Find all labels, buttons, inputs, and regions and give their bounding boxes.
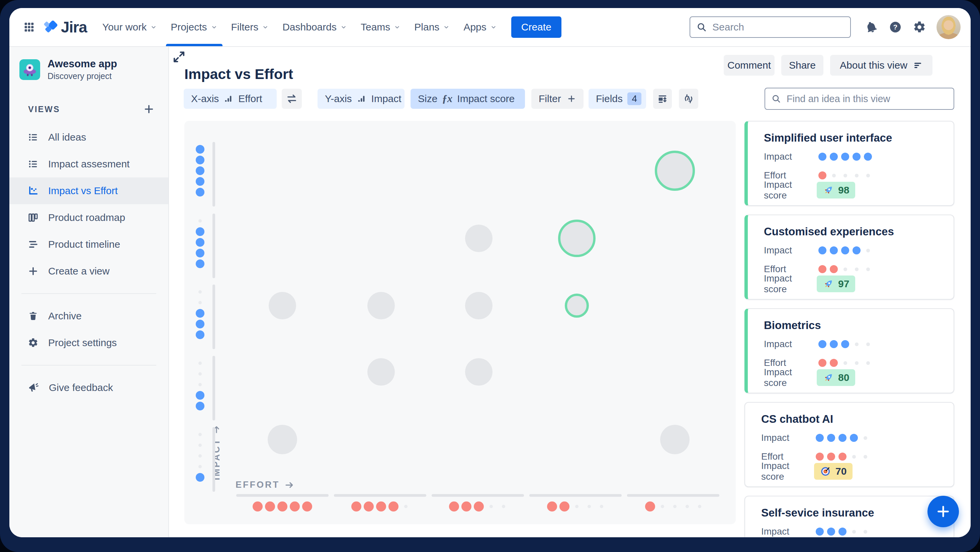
impact-axis-dot (196, 188, 204, 196)
settings-gear-icon[interactable] (910, 18, 929, 37)
share-button[interactable]: Share (781, 55, 823, 76)
idea-bubble[interactable] (660, 425, 690, 454)
idea-card[interactable]: Customised experiencesImpactEffortImpact… (745, 215, 954, 300)
brand-name: Jira (61, 18, 87, 36)
effort-rating (817, 265, 873, 274)
nav-item-teams[interactable]: Teams (354, 8, 407, 46)
idea-bubble[interactable] (465, 292, 493, 319)
rating-dot (828, 171, 840, 180)
swap-axes-icon[interactable] (282, 89, 302, 109)
rating-dot (862, 152, 873, 161)
effort-rating (814, 452, 871, 461)
idea-bubble[interactable] (558, 220, 595, 257)
size-chip[interactable]: Size ƒx Impact score (410, 89, 525, 109)
rating-dot-empty (866, 343, 870, 346)
notifications-bell-icon[interactable] (862, 18, 881, 37)
views-list: All ideasImpact assesmentImpact vs Effor… (10, 124, 168, 284)
rating-dot (851, 265, 862, 274)
rating-dot (828, 152, 840, 161)
idea-bubble[interactable] (268, 425, 297, 454)
nav-item-plans[interactable]: Plans (407, 8, 457, 46)
user-avatar[interactable] (937, 15, 961, 39)
nav-item-your-work[interactable]: Your work (96, 8, 164, 46)
nav-item-projects[interactable]: Projects (164, 8, 224, 46)
rating-dot-filled (853, 246, 861, 254)
comment-button[interactable]: Comment (724, 55, 775, 76)
sidebar-item-archive[interactable]: Archive (10, 303, 168, 329)
rating-dot (828, 358, 840, 367)
main-content: Impact vs Effort Comment Share About thi… (169, 47, 970, 537)
rating-dot (840, 340, 851, 349)
rating-dot-filled (853, 153, 861, 161)
add-view-plus-icon[interactable] (142, 102, 156, 116)
sidebar-item-give-feedback[interactable]: Give feedback (10, 374, 168, 401)
card-field-label: Impact score (761, 461, 814, 482)
rating-dot (814, 433, 826, 442)
idea-bubble[interactable] (368, 358, 395, 386)
effort-axis-dot (474, 501, 484, 512)
rating-dot-empty (866, 249, 870, 252)
nav-item-dashboards[interactable]: Dashboards (276, 8, 354, 46)
idea-bubble[interactable] (465, 358, 493, 386)
idea-bubble[interactable] (269, 292, 296, 319)
sidebar-item-impact-assesment[interactable]: Impact assesment (10, 151, 168, 177)
size-chip-value: Impact score (457, 93, 515, 104)
rating-dot-filled (830, 359, 838, 367)
idea-card[interactable]: Simplified user interfaceImpactEffortImp… (745, 121, 954, 206)
idea-bubble[interactable] (565, 294, 589, 317)
sidebar-item-project-settings[interactable]: Project settings (10, 329, 168, 356)
x-axis-chip[interactable]: X-axis Effort (184, 89, 277, 109)
rating-dot (848, 433, 859, 442)
plus-icon (27, 265, 40, 277)
effort-axis-dot (461, 501, 471, 512)
effort-axis-dot (351, 501, 361, 512)
global-search[interactable] (690, 16, 851, 38)
about-this-view-label: About this view (840, 60, 907, 71)
rating-dot-empty (855, 361, 859, 365)
sidebar-item-product-timeline[interactable]: Product timeline (10, 231, 168, 258)
sidebar-item-create-a-view[interactable]: Create a view (10, 258, 168, 284)
card-impact-row: Impact (764, 245, 873, 256)
effort-axis-dot-empty (404, 505, 407, 508)
global-search-input[interactable] (712, 21, 844, 33)
idea-bubble[interactable] (465, 225, 493, 252)
idea-card[interactable]: CS chatbot AIImpactEffortImpact score70 (745, 402, 954, 487)
app-switcher-icon[interactable] (19, 18, 39, 37)
search-icon (696, 22, 707, 32)
impact-axis-dot-empty (199, 454, 202, 458)
effort-axis-segment (334, 494, 426, 497)
idea-bubble[interactable] (655, 151, 695, 191)
nav-item-apps[interactable]: Apps (457, 8, 504, 46)
about-this-view-button[interactable]: About this view (830, 55, 932, 76)
fields-chip[interactable]: Fields 4 (589, 89, 646, 109)
idea-card[interactable]: BiometricsImpactEffortImpact score80 (745, 308, 954, 393)
jira-logo[interactable]: Jira (42, 18, 87, 36)
rating-dot-filled (818, 246, 826, 254)
expand-view-icon[interactable] (169, 47, 189, 67)
sort-alphabetical-icon[interactable]: A (679, 89, 698, 109)
sidebar-item-all-ideas[interactable]: All ideas (10, 124, 168, 151)
y-axis-chip[interactable]: Y-axis Impact (318, 89, 404, 109)
effort-axis-label-text: EFFORT (235, 480, 280, 490)
find-idea-search[interactable] (765, 88, 954, 110)
nav-item-filters[interactable]: Filters (224, 8, 276, 46)
idea-card[interactable]: Self-sevice insuranceImpact (745, 496, 954, 537)
sidebar-item-product-roadmap[interactable]: Product roadmap (10, 204, 168, 231)
effort-axis-dot-empty (587, 505, 591, 508)
sidebar-divider (21, 365, 156, 365)
filter-chip[interactable]: Filter (531, 89, 584, 109)
idea-bubble[interactable] (368, 292, 395, 319)
impact-axis-dot (196, 320, 204, 329)
add-idea-fab[interactable] (928, 496, 959, 527)
create-button[interactable]: Create (511, 16, 562, 38)
sidebar-item-impact-vs-effort[interactable]: Impact vs Effort (10, 177, 168, 204)
effort-axis-segment (236, 494, 329, 497)
rating-dot-filled (827, 434, 835, 442)
row-height-icon[interactable] (653, 89, 672, 109)
project-header[interactable]: Awesome app Discovery project (19, 58, 158, 81)
help-icon[interactable]: ? (886, 18, 905, 37)
effort-axis-dot (290, 501, 300, 512)
find-idea-input[interactable] (786, 93, 948, 105)
rating-dot-filled (830, 246, 838, 254)
effort-axis-segment (627, 494, 719, 497)
